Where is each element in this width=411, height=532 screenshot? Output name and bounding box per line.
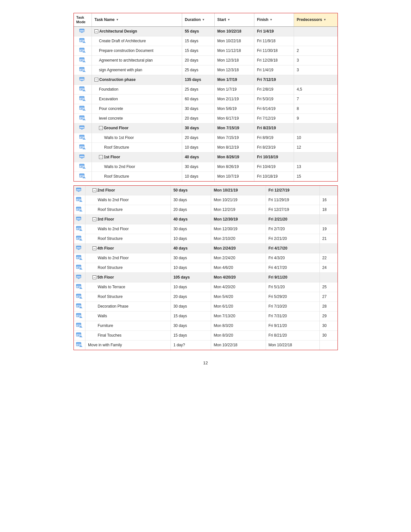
task-icon <box>79 114 86 122</box>
task-name: Agreement to architectural plan <box>99 58 153 63</box>
predecessors-cell <box>294 36 338 46</box>
table-header-row: Task Mode Task Name ▼ Duration ▼ <box>74 13 338 26</box>
predecessors-cell: 30 <box>319 330 337 340</box>
finish-cell: Fri 10/18/19 <box>254 152 294 162</box>
collapse-icon[interactable]: − <box>93 188 96 192</box>
svg-rect-20 <box>80 77 84 79</box>
task-name: Walls to 2nd Floor <box>98 198 129 202</box>
page-number: 12 <box>73 360 338 365</box>
task-icon <box>79 172 86 180</box>
finish-cell: Fri 5/29/20 <box>266 292 319 301</box>
task-mode-cell <box>74 84 92 94</box>
start-cell: Mon 10/22/18 <box>211 340 266 350</box>
task-name-cell: −Construction phase <box>92 75 182 84</box>
task-mode-cell <box>74 301 85 311</box>
task-name-cell: −3rd Floor <box>85 214 171 224</box>
table-row: Walls to 2nd Floor30 daysMon 12/30/19Fri… <box>74 224 338 234</box>
collapse-icon[interactable]: − <box>94 29 98 33</box>
duration-cell: 30 days <box>171 224 211 234</box>
svg-rect-90 <box>76 265 81 266</box>
svg-rect-4 <box>80 38 84 40</box>
start-cell: Mon 2/24/20 <box>211 253 266 263</box>
table-row: Roof Structure10 daysMon 4/6/20Fri 4/17/… <box>74 263 338 272</box>
svg-marker-21 <box>80 80 83 81</box>
finish-filter-icon[interactable]: ▼ <box>270 18 273 21</box>
finish-cell: Fri 9/11/20 <box>266 272 319 282</box>
finish-cell: Fri 4/3/20 <box>266 253 319 263</box>
start-cell: Mon 12/30/19 <box>211 224 266 234</box>
predecessors-cell: 3 <box>294 55 338 65</box>
col-start: Start ▼ <box>214 13 254 26</box>
svg-rect-16 <box>80 67 84 69</box>
table-row: −Architectural Design55 daysMon 10/22/18… <box>74 26 338 36</box>
task-name: Construction phase <box>99 77 136 82</box>
table-row: Roof Structure20 daysMon 5/4/20Fri 5/29/… <box>74 292 338 301</box>
predecessors-cell: 27 <box>319 292 337 301</box>
task-name: Roof Structure <box>98 294 122 299</box>
collapse-icon[interactable]: − <box>99 155 103 159</box>
task-name-filter-icon[interactable]: ▼ <box>116 18 119 21</box>
task-mode-cell <box>74 152 92 162</box>
pred-filter-icon[interactable]: ▼ <box>323 18 326 21</box>
gantt-table-1: Task Mode Task Name ▼ Duration ▼ <box>74 13 338 181</box>
collapse-icon[interactable]: − <box>93 275 96 279</box>
task-mode-cell <box>74 162 92 172</box>
svg-rect-46 <box>80 145 84 146</box>
svg-rect-121 <box>76 342 81 344</box>
task-mode-cell <box>74 55 92 65</box>
finish-cell: Fri 10/18/19 <box>254 172 294 181</box>
task-icon <box>79 134 86 141</box>
task-name-cell: Walls <box>85 311 171 321</box>
finish-cell: Fri 12/28/18 <box>254 55 294 65</box>
task-mode-cell <box>74 36 92 46</box>
task-name-cell: Walls to 2nd Floor <box>92 162 182 172</box>
svg-rect-94 <box>76 275 81 276</box>
task-name-cell: −5th Floor <box>85 272 171 282</box>
svg-rect-35 <box>80 116 84 117</box>
svg-rect-109 <box>76 313 81 315</box>
svg-rect-97 <box>76 284 81 286</box>
task-name-cell: Walls to Terrace <box>85 282 171 292</box>
task-name: Prepare construction Document <box>99 48 153 53</box>
task-summary-icon <box>79 153 86 160</box>
duration-cell: 40 days <box>182 152 215 162</box>
finish-cell: Fri 11/29/19 <box>266 195 319 205</box>
task-name: Walls <box>98 314 107 318</box>
duration-cell: 30 days <box>171 321 211 330</box>
start-cell: Mon 8/3/20 <box>211 321 266 330</box>
task-icon <box>76 331 83 339</box>
duration-cell: 135 days <box>182 75 215 84</box>
task-name-cell: Roof Structure <box>85 263 171 272</box>
collapse-icon[interactable]: − <box>93 217 96 221</box>
table-row: −2nd Floor50 daysMon 10/21/19Fri 12/27/1… <box>74 186 338 195</box>
start-cell: Mon 7/15/19 <box>214 133 254 143</box>
duration-cell: 10 days <box>171 282 211 292</box>
duration-cell: 105 days <box>171 272 211 282</box>
collapse-icon[interactable]: − <box>94 78 98 82</box>
task-name: 1st Floor <box>104 155 120 159</box>
duration-filter-icon[interactable]: ▼ <box>202 18 205 21</box>
duration-cell: 25 days <box>182 65 215 75</box>
predecessors-cell: 16 <box>319 195 337 205</box>
start-cell: Mon 4/20/20 <box>211 282 266 292</box>
collapse-icon[interactable]: − <box>93 246 96 250</box>
task-mode-cell <box>74 172 92 181</box>
start-cell: Mon 12/30/19 <box>211 214 266 224</box>
task-name: Walls to 2nd Floor <box>104 164 135 169</box>
start-filter-icon[interactable]: ▼ <box>227 18 230 21</box>
duration-cell: 15 days <box>182 36 215 46</box>
table-row: Pour concrete30 daysMon 5/6/19Fri 6/14/1… <box>74 104 338 113</box>
predecessors-cell: 28 <box>319 301 337 311</box>
finish-cell: Fri 5/3/19 <box>254 94 294 104</box>
task-name-cell: Agreement to architectural plan <box>92 55 182 65</box>
predecessors-cell: 7 <box>294 94 338 104</box>
task-icon <box>79 95 86 102</box>
start-cell: Mon 4/20/20 <box>211 272 266 282</box>
collapse-icon[interactable]: − <box>99 126 103 130</box>
task-name-cell: −2nd Floor <box>85 186 171 195</box>
task-name: Excavation <box>99 97 118 101</box>
finish-cell: Fri 9/11/20 <box>266 321 319 330</box>
task-name-cell: −4th Floor <box>85 243 171 253</box>
finish-cell: Fri 12/27/19 <box>266 186 319 195</box>
task-name-cell: Excavation <box>92 94 182 104</box>
